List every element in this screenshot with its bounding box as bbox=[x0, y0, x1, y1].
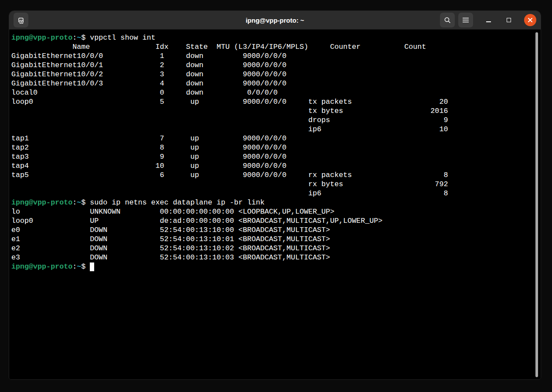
terminal-text: GigabitEthernet10/0/0 1 down 9000/0/0/0 bbox=[11, 52, 286, 60]
terminal-line: loop0 UP de:ad:00:00:00:00 <BROADCAST,MU… bbox=[11, 216, 541, 225]
terminal-text: rx bytes 792 bbox=[11, 180, 448, 188]
terminal-text: ip6 8 bbox=[11, 189, 448, 198]
terminal-text: tx bytes 2016 bbox=[11, 107, 448, 115]
terminal-line: loop0 5 up 9000/0/0/0 tx packets 20 bbox=[11, 97, 541, 106]
terminal-text: loop0 5 up 9000/0/0/0 tx packets 20 bbox=[11, 98, 448, 106]
menu-button[interactable] bbox=[458, 13, 473, 27]
terminal-text: e0 DOWN 52:54:00:13:10:00 <BROADCAST,MUL… bbox=[11, 226, 330, 234]
terminal-text: lo UNKNOWN 00:00:00:00:00:00 <LOOPBACK,U… bbox=[11, 208, 334, 216]
terminal-line: ip6 10 bbox=[11, 125, 541, 134]
minimize-button[interactable] bbox=[483, 13, 494, 27]
terminal-text: e1 DOWN 52:54:00:13:10:01 <BROADCAST,MUL… bbox=[11, 235, 330, 243]
terminal-output[interactable]: ipng@vpp-proto:~$ vppctl show int Name I… bbox=[9, 30, 541, 379]
titlebar[interactable]: ipng@vpp-proto: ~ bbox=[9, 11, 541, 30]
terminal-text: loop0 UP de:ad:00:00:00:00 <BROADCAST,MU… bbox=[11, 217, 382, 225]
scrollbar-thumb[interactable] bbox=[535, 32, 538, 377]
terminal-line: GigabitEthernet10/0/3 4 down 9000/0/0/0 bbox=[11, 79, 541, 88]
terminal-text: local0 0 down 0/0/0/0 bbox=[11, 89, 278, 97]
terminal-line: Name Idx State MTU (L3/IP4/IP6/MPLS) Cou… bbox=[11, 42, 541, 51]
terminal-line: ip6 8 bbox=[11, 189, 541, 198]
menu-icon bbox=[462, 17, 469, 23]
terminal-line: lo UNKNOWN 00:00:00:00:00:00 <LOOPBACK,U… bbox=[11, 207, 541, 216]
window-controls bbox=[440, 13, 536, 27]
terminal-line: e1 DOWN 52:54:00:13:10:01 <BROADCAST,MUL… bbox=[11, 235, 541, 244]
terminal-text: drops 9 bbox=[11, 116, 448, 124]
terminal-text: : bbox=[72, 262, 77, 271]
terminal-text: Name Idx State MTU (L3/IP4/IP6/MPLS) Cou… bbox=[11, 43, 448, 51]
terminal-text: tap4 10 up 9000/0/0/0 bbox=[11, 162, 286, 170]
terminal-text: $ bbox=[81, 262, 90, 271]
close-icon bbox=[528, 17, 533, 23]
terminal-line: GigabitEthernet10/0/1 2 down 9000/0/0/0 bbox=[11, 61, 541, 70]
prompt-path: ~ bbox=[77, 198, 81, 207]
terminal-line: tap2 8 up 9000/0/0/0 bbox=[11, 143, 541, 152]
terminal-text: GigabitEthernet10/0/1 2 down 9000/0/0/0 bbox=[11, 61, 286, 69]
search-icon bbox=[443, 16, 451, 24]
terminal-line: ipng@vpp-proto:~$ sudo ip netns exec dat… bbox=[11, 198, 541, 207]
terminal-text: $ vppctl show int bbox=[81, 34, 155, 42]
prompt-user-host: ipng@vpp-proto bbox=[11, 198, 72, 207]
terminal-text: tap2 8 up 9000/0/0/0 bbox=[11, 143, 286, 152]
terminal-line: tap4 10 up 9000/0/0/0 bbox=[11, 161, 541, 170]
terminal-text: : bbox=[72, 198, 77, 207]
prompt-user-host: ipng@vpp-proto bbox=[11, 262, 72, 271]
terminal-line: ipng@vpp-proto:~$ bbox=[11, 262, 541, 271]
new-tab-icon bbox=[17, 16, 25, 24]
terminal-text: e3 DOWN 52:54:00:13:10:03 <BROADCAST,MUL… bbox=[11, 253, 330, 262]
terminal-text: GigabitEthernet10/0/3 4 down 9000/0/0/0 bbox=[11, 79, 286, 88]
terminal-text: ip6 10 bbox=[11, 125, 448, 133]
terminal-text: e2 DOWN 52:54:00:13:10:02 <BROADCAST,MUL… bbox=[11, 244, 330, 252]
terminal-line: e0 DOWN 52:54:00:13:10:00 <BROADCAST,MUL… bbox=[11, 225, 541, 235]
prompt-path: ~ bbox=[77, 262, 81, 271]
terminal-line: e2 DOWN 52:54:00:13:10:02 <BROADCAST,MUL… bbox=[11, 244, 541, 253]
minimize-icon bbox=[486, 21, 491, 22]
prompt-path: ~ bbox=[77, 34, 81, 42]
terminal-text: : bbox=[72, 34, 77, 42]
terminal-text: tap5 6 up 9000/0/0/0 rx packets 8 bbox=[11, 171, 448, 179]
terminal-line: local0 0 down 0/0/0/0 bbox=[11, 88, 541, 97]
terminal-line: tap3 9 up 9000/0/0/0 bbox=[11, 152, 541, 161]
terminal-line: GigabitEthernet10/0/2 3 down 9000/0/0/0 bbox=[11, 70, 541, 79]
terminal-cursor bbox=[90, 262, 94, 271]
search-button[interactable] bbox=[440, 13, 455, 27]
terminal-window: ipng@vpp-proto: ~ bbox=[9, 10, 541, 380]
terminal-line: ipng@vpp-proto:~$ vppctl show int bbox=[11, 33, 541, 42]
terminal-line: e3 DOWN 52:54:00:13:10:03 <BROADCAST,MUL… bbox=[11, 253, 541, 262]
terminal-text: GigabitEthernet10/0/2 3 down 9000/0/0/0 bbox=[11, 70, 286, 78]
terminal-line: GigabitEthernet10/0/0 1 down 9000/0/0/0 bbox=[11, 51, 541, 61]
terminal-line: tap5 6 up 9000/0/0/0 rx packets 8 bbox=[11, 170, 541, 180]
terminal-text: $ sudo ip netns exec dataplane ip -br li… bbox=[81, 198, 265, 207]
maximize-button[interactable] bbox=[504, 13, 514, 27]
terminal-line: rx bytes 792 bbox=[11, 180, 541, 189]
terminal-line: drops 9 bbox=[11, 116, 541, 125]
prompt-user-host: ipng@vpp-proto bbox=[11, 34, 72, 42]
terminal-text: tap1 7 up 9000/0/0/0 bbox=[11, 134, 286, 143]
terminal-text: tap3 9 up 9000/0/0/0 bbox=[11, 153, 286, 161]
maximize-icon bbox=[507, 18, 511, 22]
close-button[interactable] bbox=[524, 14, 536, 26]
terminal-line: tap1 7 up 9000/0/0/0 bbox=[11, 134, 541, 143]
terminal-line: tx bytes 2016 bbox=[11, 106, 541, 116]
new-tab-button[interactable] bbox=[14, 13, 28, 27]
